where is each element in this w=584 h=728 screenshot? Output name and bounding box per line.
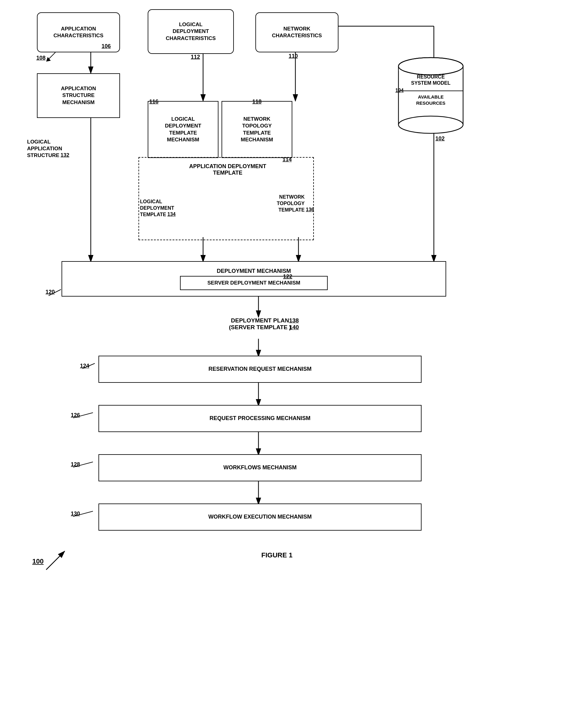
logical-deployment-characteristics-box: LOGICAL DEPLOYMENT CHARACTERISTICS xyxy=(148,9,234,54)
workflows-mechanism-box: WORKFLOWS MECHANISM xyxy=(99,454,421,481)
svg-line-30 xyxy=(73,413,93,418)
ref-122: 122 xyxy=(283,274,292,280)
svg-point-20 xyxy=(398,116,463,133)
ref-116: 116 xyxy=(149,99,159,105)
svg-line-31 xyxy=(73,462,93,467)
ref-138: 138 xyxy=(289,317,299,324)
application-deployment-template-label: APPLICATION DEPLOYMENT TEMPLATE xyxy=(175,163,280,176)
ref-136: 136 xyxy=(306,207,314,212)
svg-line-28 xyxy=(49,289,61,296)
request-processing-mechanism-box: REQUEST PROCESSING MECHANISM xyxy=(99,405,421,432)
ref-118: 118 xyxy=(252,99,261,105)
ref-132: 132 xyxy=(61,152,69,158)
ref108-arrow xyxy=(43,51,58,66)
ref-100: 100 xyxy=(32,557,44,565)
deployment-mechanism-outer-box: DEPLOYMENT MECHANISM SERVER DEPLOYMENT M… xyxy=(61,261,446,296)
svg-line-29 xyxy=(82,363,95,369)
ref-114: 114 xyxy=(282,156,292,163)
logical-deployment-template-label: LOGICALDEPLOYMENTTEMPLATE 134 xyxy=(140,199,214,218)
ref-102: 102 xyxy=(435,135,445,142)
svg-line-32 xyxy=(73,511,93,516)
network-topology-template-mechanism-box: NETWORK TOPOLOGY TEMPLATE MECHANISM xyxy=(222,101,292,158)
svg-line-33 xyxy=(46,551,65,570)
diagram: APPLICATION CHARACTERISTICS 106 108 LOGI… xyxy=(0,0,584,728)
svg-text:RESOURCE: RESOURCE xyxy=(417,74,445,79)
resource-system-cylinder: RESOURCE SYSTEM MODEL AVAILABLE RESOURCE… xyxy=(395,54,466,135)
network-characteristics-box: NETWORK CHARACTERISTICS xyxy=(255,12,338,52)
workflow-execution-mechanism-box: WORKFLOW EXECUTION MECHANISM xyxy=(99,503,421,530)
ref-140: 140 xyxy=(289,324,299,331)
ref-134: 134 xyxy=(167,212,176,217)
ref-112: 112 xyxy=(191,54,200,60)
svg-rect-21 xyxy=(399,66,463,71)
ref-104: 104 xyxy=(395,88,404,93)
figure-label: FIGURE 1 xyxy=(215,551,338,559)
logical-deployment-template-mechanism-box: LOGICAL DEPLOYMENT TEMPLATE MECHANISM xyxy=(148,101,219,158)
deployment-plan-label: DEPLOYMENT PLAN 138 (SERVER TEMPLATE 140… xyxy=(185,317,335,331)
ref-110: 110 xyxy=(288,53,298,59)
logical-application-structure-label: LOGICALAPPLICATIONSTRUCTURE 132 xyxy=(27,138,86,159)
reservation-request-mechanism-box: RESERVATION REQUEST MECHANISM xyxy=(99,356,421,383)
svg-text:AVAILABLE: AVAILABLE xyxy=(418,94,444,100)
svg-text:RESOURCES: RESOURCES xyxy=(416,100,445,106)
svg-text:SYSTEM MODEL: SYSTEM MODEL xyxy=(411,80,450,86)
ref-106: 106 xyxy=(102,43,111,50)
application-structure-mechanism-box: APPLICATION STRUCTURE MECHANISM xyxy=(37,73,120,118)
network-topology-template-label: NETWORKTOPOLOGYTEMPLATE 136 xyxy=(228,194,305,213)
server-deployment-mechanism-box: SERVER DEPLOYMENT MECHANISM xyxy=(180,276,328,290)
